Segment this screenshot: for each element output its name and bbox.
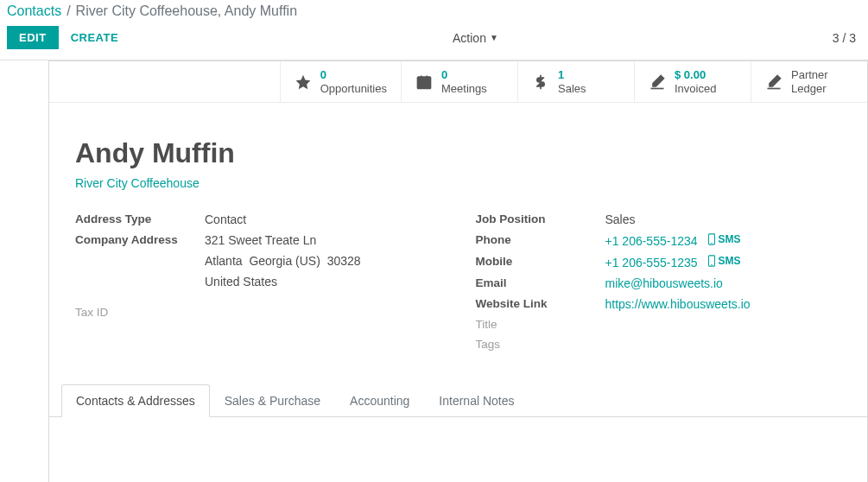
breadcrumb-sep: / [67,3,70,19]
stat-label: Sales [558,82,586,96]
stat-label: Partner [791,68,828,82]
email-link[interactable]: mike@hibousweets.io [605,276,723,290]
contact-name: Andy Muffin [75,137,841,169]
tab-internal-notes[interactable]: Internal Notes [424,384,529,417]
stat-number: 0 [441,68,487,82]
dollar-icon [532,73,549,91]
address-country: United States [205,275,361,289]
edit-icon [765,73,782,91]
tab-sales-purchase[interactable]: Sales & Purchase [210,384,335,417]
stat-number: 0 [320,68,387,82]
website-link[interactable]: https://www.hibousweets.io [605,297,751,311]
company-link[interactable]: River City Coffeehouse [75,176,200,190]
svg-point-11 [712,264,713,265]
pager[interactable]: 3 / 3 [833,31,856,45]
website-label: Website Link [476,297,605,311]
mobile-icon [707,233,716,245]
left-fields: Address Type Contact Company Address 321… [75,212,441,358]
tags-label: Tags [476,338,605,351]
stat-number: $ 0.00 [675,68,716,82]
stat-buttons: 0 Opportunities 0 Meetings 1 Sales [49,61,867,103]
mobile-label: Mobile [476,255,605,270]
mobile-link[interactable]: +1 206-555-1235 [605,256,698,270]
job-position-value: Sales [605,212,636,226]
stat-sales-button[interactable]: 1 Sales [517,61,634,102]
calendar-icon [415,73,433,91]
edit-icon [649,73,666,91]
stat-label: Invoiced [675,82,716,96]
sms-button[interactable]: SMS [707,233,740,245]
svg-point-9 [712,243,713,244]
stat-meetings-button[interactable]: 0 Meetings [401,61,517,102]
email-label: Email [476,276,605,290]
job-position-label: Job Position [476,212,605,226]
phone-link[interactable]: +1 206-555-1234 [605,234,698,248]
address-city-state-zip: Atlanta Georgia (US) 30328 [205,254,361,268]
stat-number: 1 [558,68,586,82]
toolbar: EDIT CREATE Action ▼ 3 / 3 [7,26,861,49]
address-type-value: Contact [205,212,246,226]
tab-content [75,417,841,469]
svg-rect-0 [418,77,431,88]
stat-opportunities-button[interactable]: 0 Opportunities [280,61,401,102]
breadcrumb: Contacts / River City Coffeehouse, Andy … [7,3,861,19]
stat-ledger-button[interactable]: Partner Ledger [751,61,867,102]
stat-invoiced-button[interactable]: $ 0.00 Invoiced [634,61,751,102]
create-button[interactable]: CREATE [71,31,118,44]
company-address-value: 321 Sweet Treate Ln Atlanta Georgia (US)… [205,233,361,295]
action-dropdown[interactable]: Action ▼ [453,31,498,45]
star-icon [295,73,312,91]
stat-label: Ledger [791,82,828,96]
form-sheet: 0 Opportunities 0 Meetings 1 Sales [48,60,868,482]
breadcrumb-current: River City Coffeehouse, Andy Muffin [76,3,297,19]
tax-id-label: Tax ID [75,306,205,319]
tab-contacts-addresses[interactable]: Contacts & Addresses [61,384,210,417]
address-street: 321 Sweet Treate Ln [205,233,361,247]
header: Contacts / River City Coffeehouse, Andy … [0,0,868,54]
stat-label: Opportunities [320,82,387,96]
tab-accounting[interactable]: Accounting [335,384,424,417]
phone-label: Phone [476,233,605,248]
right-fields: Job Position Sales Phone +1 206-555-1234… [476,212,842,358]
title-label: Title [476,318,605,331]
company-address-label: Company Address [75,233,205,295]
sms-button[interactable]: SMS [707,255,740,267]
action-label: Action [453,31,486,45]
stat-label: Meetings [441,82,487,96]
breadcrumb-root-link[interactable]: Contacts [7,3,61,19]
tabs: Contacts & Addresses Sales & Purchase Ac… [49,384,867,417]
address-type-label: Address Type [75,212,205,226]
edit-button[interactable]: EDIT [7,26,59,49]
chevron-down-icon: ▼ [490,33,498,42]
mobile-icon [707,255,716,267]
